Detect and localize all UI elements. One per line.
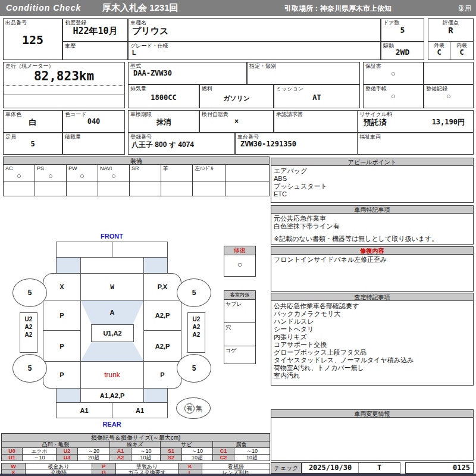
- cabin-lining-box: 客室内張 ヤブレ 穴 コゲ: [224, 290, 256, 364]
- body-color-label: 車体色: [4, 111, 62, 117]
- inspection-cell: 車検期限 抹消: [128, 110, 199, 133]
- inspection-label: 車検期限: [129, 111, 199, 117]
- cabin-row-burn: コゲ: [224, 346, 255, 368]
- legend-value: 10超: [131, 454, 161, 461]
- vehicle-notes-title: 車両特記事項: [271, 205, 474, 214]
- first-registration-cell: 初度登録 H22年10月: [62, 18, 128, 42]
- equipment-cell-extra: [225, 164, 270, 181]
- color-code-label: 色コード: [63, 111, 124, 117]
- rear-panel-cell: A1,A2,P: [80, 388, 144, 403]
- check-label: チェック: [271, 462, 302, 474]
- model-name-cell: 車種名 プリウス: [128, 18, 381, 42]
- transmission-value: AT: [274, 93, 359, 102]
- doors-label: ドア数: [381, 19, 424, 26]
- brand-logo: Condition Check: [6, 3, 81, 12]
- score-label: 評価点: [428, 19, 473, 26]
- drive-cell: 駆動 2WD: [381, 42, 424, 60]
- cabin-row-tear: ヤブレ: [224, 300, 255, 323]
- sill-mark: A2: [20, 331, 37, 339]
- header-bar: Condition Check 厚木入札会 1231回 引取場所：神奈川県厚木市…: [0, 0, 476, 16]
- doors-cell: ドア数 5: [381, 18, 424, 42]
- tire-rear-right: 5: [177, 354, 211, 383]
- lot-number-value: 125: [4, 33, 62, 47]
- auction-condition-sheet: Condition Check 厚木入札会 1231回 引取場所：神奈川県厚木市…: [0, 0, 476, 476]
- fuel-value: ガソリン: [200, 94, 273, 103]
- front-right-corner-cell: [143, 257, 168, 274]
- legend-code: A2: [110, 454, 131, 461]
- warranty-value: ○: [364, 69, 423, 78]
- approval-request-cell: 承認請求書: [274, 110, 360, 133]
- vehicle-note-item: 元公共応急作業車: [274, 215, 471, 223]
- fuel-cell: 燃料 ガソリン: [199, 84, 274, 108]
- body-color-cell: 車体色 白: [3, 110, 62, 133]
- equipment-title: 装備: [3, 156, 270, 165]
- maintenance-record-label: 整備記録: [424, 85, 473, 92]
- doors-value: 5: [381, 26, 424, 35]
- equipment-empty-cell: [35, 181, 67, 196]
- grade-value: L: [129, 49, 380, 56]
- insurance-value: ×: [200, 117, 273, 126]
- mileage-label: 走行（現メーター）: [4, 62, 124, 69]
- vehicle-notes-list: 元公共応急作業車 白色塗抹下帯ライン有 ※記載のない書類・機器等は無しとして取り…: [271, 214, 474, 245]
- chassis-number-value: ZVW30-1291350: [236, 140, 359, 148]
- load-capacity-cell: 積載量: [62, 133, 125, 155]
- equipment-empty-cell: [66, 181, 98, 196]
- fuel-label: 燃料: [200, 85, 273, 92]
- appeal-item: ABS: [274, 175, 471, 183]
- pickup-location: 引取場所：神奈川県厚木市上依知: [284, 4, 392, 14]
- bottom-edge-bar: [0, 474, 476, 476]
- capacity-value: 5: [4, 140, 62, 148]
- rear-bumper-left-cell: A1: [56, 402, 112, 418]
- right-sill-cell: U2 A2 A2: [187, 312, 205, 353]
- sill-mark: A2: [188, 331, 205, 339]
- equipment-label: PW: [67, 165, 98, 171]
- assessment-item: 公共応急作業車各部確認要す: [274, 302, 471, 310]
- displacement-cell: 排気量 1800CC: [128, 84, 199, 108]
- equipment-label: PS: [35, 165, 66, 171]
- equipment-empty-cell: [3, 181, 35, 196]
- front-bumper-left-cell: [56, 242, 112, 258]
- equipment-value: ○: [4, 171, 35, 180]
- front-left-corner-cell: [56, 257, 81, 274]
- model-code-cell: 型式 DAA-ZVW30: [128, 62, 247, 84]
- roof-cell: U1,A2: [91, 324, 134, 342]
- first-registration-label: 初度登録: [63, 19, 127, 26]
- equipment-cell-pw: PW ○: [66, 164, 98, 181]
- sill-mark: A2: [20, 323, 37, 331]
- insurance-cell: 検付自賠責 ×: [199, 110, 274, 133]
- displacement-value: 1800CC: [129, 93, 199, 102]
- equipment-cell-lhd: 左ﾊﾝﾄﾞﾙ: [192, 164, 226, 181]
- transmission-label: ミッション: [274, 85, 359, 92]
- load-capacity-label: 積載量: [63, 133, 124, 140]
- diagram-rear-label: REAR: [80, 421, 143, 428]
- mileage-spacer-row: [4, 86, 124, 95]
- legend-value: ～10: [23, 454, 57, 461]
- check-number-box: 0125: [405, 462, 474, 474]
- equipment-cell-navi: NAVI ○: [98, 164, 130, 181]
- sill-mark: A2: [188, 323, 205, 331]
- assessment-item: シートヘタリ: [274, 325, 471, 333]
- recycle-fee-cell: リサイクル料 預託済 13,190円: [357, 110, 474, 133]
- repair-flag-value: ○: [224, 255, 255, 269]
- interior-grade-value: C: [450, 48, 473, 57]
- lot-number-cell: 出品番号 125: [3, 18, 62, 60]
- insurance-label: 検付自賠責: [200, 111, 273, 117]
- model-code-value: DAA-ZVW30: [129, 69, 246, 77]
- first-registration-value: H22年10月: [63, 26, 127, 37]
- assessment-item: 室内汚れ: [274, 372, 471, 380]
- check-inspector: T: [359, 463, 400, 473]
- recycle-status-value: 預託済: [364, 117, 387, 128]
- right-fender-cell: P,X: [143, 273, 181, 300]
- repair-flag-title: 修復: [224, 246, 255, 255]
- legend-value: 10超: [234, 454, 270, 461]
- recycle-fee-label: リサイクル料: [358, 111, 473, 117]
- body-color-value: 白: [4, 117, 62, 128]
- warranty-label: 保証書: [364, 62, 423, 69]
- score-value: R: [428, 26, 473, 35]
- equipment-cell-ac: AC ○: [3, 164, 35, 181]
- equipment-label: AC: [4, 165, 35, 171]
- legend-title: 損傷記号＆損傷サイズ(～最大cm): [1, 433, 270, 441]
- maintenance-book-label: 整備手帳: [364, 85, 423, 92]
- vehicle-history-label: 車歴: [63, 42, 127, 49]
- assessment-list: 公共応急作業車各部確認要す バックカメラクモリ大 ハンドルスレ シートヘタリ 内…: [271, 301, 474, 386]
